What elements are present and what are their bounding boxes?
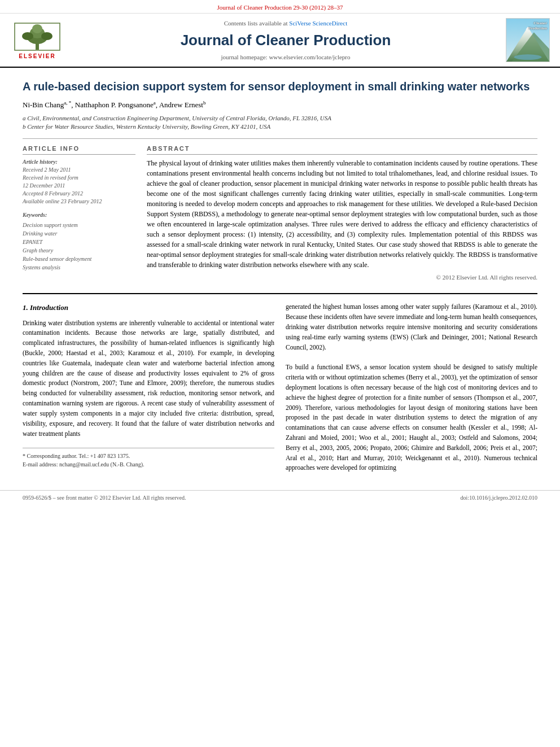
footnote-email: E-mail address: nchang@mail.ucf.edu (N.-… [23, 460, 274, 469]
revised-date: 12 December 2011 [23, 182, 135, 190]
author1-sup: a, * [64, 100, 71, 106]
keyword-1: Decision support system [23, 221, 135, 229]
online-date: Available online 23 February 2012 [23, 198, 135, 206]
body-col-left: 1. Introduction Drinking water distribut… [23, 302, 274, 473]
svg-point-4 [32, 24, 42, 33]
accepted-date: Accepted 8 February 2012 [23, 190, 135, 198]
keyword-5: Rule-based sensor deployment [23, 255, 135, 263]
journal-header: ELSEVIER Contents lists available at Sci… [0, 14, 560, 68]
abstract-heading: ABSTRACT [147, 145, 537, 155]
cp-logo-image: Cleaner Production [506, 18, 550, 62]
header-center: Contents lists available at SciVerse Sci… [71, 19, 500, 62]
article-title: A rule-based decision support system for… [23, 79, 537, 94]
intro-para-1: Drinking water distribution systems are … [23, 318, 274, 439]
svg-point-6 [41, 32, 53, 40]
history-label: Article history: [23, 158, 135, 166]
info-abstract-cols: ARTICLE INFO Article history: Received 2… [23, 145, 537, 282]
bottom-bar: 0959-6526/$ – see front matter © 2012 El… [0, 490, 560, 505]
sciverse-link[interactable]: SciVerse ScienceDirect [289, 20, 347, 27]
affiliation-b: b Center for Water Resource Studies, Wes… [23, 123, 537, 131]
authors-line: Ni-Bin Changa, *, Natthaphon P. Pongsano… [23, 99, 537, 111]
footnote-star: * Corresponding author. Tel.: +1 407 823… [23, 452, 274, 460]
author3-sup: b [203, 100, 206, 106]
revised-label: Received in revised form [23, 174, 135, 182]
main-content: A rule-based decision support system for… [0, 68, 560, 484]
svg-point-11 [514, 55, 542, 60]
cp-overlay-text: Cleaner Production [528, 21, 547, 31]
keyword-6: Systems analysis [23, 263, 135, 272]
keyword-3: EPANET [23, 238, 135, 246]
body-cols: 1. Introduction Drinking water distribut… [23, 302, 537, 473]
body-section: 1. Introduction Drinking water distribut… [23, 293, 537, 473]
author2: , Natthaphon P. Pongsanone [71, 101, 154, 110]
svg-point-5 [22, 32, 33, 40]
keywords-section: Keywords: Decision support system Drinki… [23, 211, 135, 272]
affiliations: a Civil, Environmental, and Construction… [23, 114, 537, 132]
received-date: Received 2 May 2011 [23, 166, 135, 174]
article-info-col: ARTICLE INFO Article history: Received 2… [23, 145, 135, 282]
keyword-2: Drinking water [23, 229, 135, 238]
keywords-label: Keywords: [23, 211, 135, 219]
copyright-line: © 2012 Elsevier Ltd. All rights reserved… [147, 273, 537, 282]
footnote-area: * Corresponding author. Tel.: +1 407 823… [23, 448, 274, 469]
journal-citation: Journal of Cleaner Production 29-30 (201… [217, 4, 343, 11]
elsevier-logo: ELSEVIER [9, 20, 65, 60]
sciverse-line: Contents lists available at SciVerse Sci… [71, 19, 500, 28]
abstract-col: ABSTRACT The physical layout of drinking… [147, 145, 537, 282]
abstract-text: The physical layout of drinking water ut… [147, 158, 537, 270]
author3: , Andrew Ernest [156, 101, 203, 110]
author1: Ni-Bin Chang [23, 101, 64, 110]
intro-heading: 1. Introduction [23, 302, 274, 313]
intro-para-2: generated the highest human losses among… [286, 302, 537, 352]
journal-title: Journal of Cleaner Production [71, 30, 500, 50]
elsevier-tree-icon [12, 20, 63, 51]
issn-text: 0959-6526/$ – see front matter © 2012 El… [23, 494, 186, 502]
cp-logo: Cleaner Production [506, 18, 551, 62]
homepage-line: journal homepage: www.elsevier.com/locat… [71, 53, 500, 62]
elsevier-text: ELSEVIER [19, 53, 55, 60]
intro-para-3: To build a functional EWS, a sensor loca… [286, 362, 537, 473]
doi-text: doi:10.1016/j.jclepro.2012.02.010 [461, 494, 537, 502]
top-banner: Journal of Cleaner Production 29-30 (201… [0, 0, 560, 14]
body-col-right: generated the highest human losses among… [286, 302, 537, 473]
affiliation-a: a Civil, Environmental, and Construction… [23, 114, 537, 123]
article-info-heading: ARTICLE INFO [23, 145, 135, 155]
keyword-4: Graph theory [23, 246, 135, 255]
divider-1 [23, 138, 537, 139]
